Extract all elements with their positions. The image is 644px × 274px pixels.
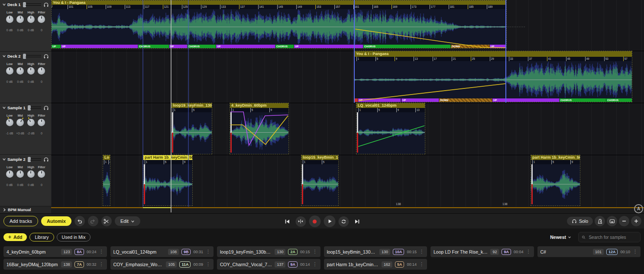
- record-button[interactable]: [309, 215, 320, 227]
- kebab-menu-icon[interactable]: ⋮: [526, 249, 531, 254]
- kebab-menu-icon[interactable]: ⋮: [313, 249, 317, 254]
- volume-slider[interactable]: [23, 2, 42, 7]
- knob-dial[interactable]: [38, 67, 45, 75]
- clip-fade-handle[interactable]: [172, 112, 173, 133]
- volume-slider[interactable]: [23, 54, 42, 59]
- knob-dial[interactable]: [16, 119, 24, 126]
- knob-dial[interactable]: [16, 170, 24, 178]
- metronome-button[interactable]: [595, 216, 605, 226]
- knob-dial[interactable]: [38, 119, 45, 126]
- clip-gain-handle[interactable]: [230, 133, 232, 153]
- kebab-menu-icon[interactable]: ⋮: [99, 262, 104, 267]
- kebab-menu-icon[interactable]: ⋮: [419, 249, 424, 254]
- knob-mid[interactable]: Mid 0 dB: [16, 11, 25, 32]
- circled-a-badge[interactable]: A: [634, 204, 643, 213]
- knob-low[interactable]: Low -1 dB: [5, 114, 14, 135]
- knob-high[interactable]: High 0 dB: [26, 62, 36, 83]
- knob-dial[interactable]: [27, 170, 35, 178]
- sample-row[interactable]: Loop LD For The Rise_keyBmin_123bpm 92 9…: [430, 246, 534, 257]
- knob-low[interactable]: Low 0 dB: [5, 11, 14, 32]
- knob-dial[interactable]: [6, 16, 13, 23]
- sample-row[interactable]: LQ_vocal01_124bpm 108 9B 00:31 ⋮: [110, 246, 214, 257]
- edit-menu-button[interactable]: Edit: [115, 216, 140, 226]
- cut-button[interactable]: [101, 216, 112, 226]
- knob-dial[interactable]: [6, 119, 13, 126]
- loop-button[interactable]: [338, 216, 349, 227]
- sample-row[interactable]: C# 101 12A 00:10 ⋮: [537, 246, 641, 257]
- clip-partharm2[interactable]: part Harm 1b_keyCmin_56159: [531, 155, 580, 206]
- clip-fade-handle[interactable]: [357, 112, 358, 133]
- headphones-icon[interactable]: [43, 53, 49, 59]
- clip-lo[interactable]: Lo12: [103, 155, 110, 206]
- clip-gain-handle[interactable]: [531, 184, 533, 204]
- knob-dial[interactable]: [6, 170, 13, 178]
- skip-to-start-button[interactable]: [282, 216, 292, 227]
- kebab-menu-icon[interactable]: ⋮: [633, 249, 638, 254]
- volume-slider[interactable]: [28, 157, 42, 162]
- automix-button[interactable]: Automix: [41, 216, 71, 226]
- knob-dial[interactable]: [38, 16, 45, 23]
- kebab-menu-icon[interactable]: ⋮: [99, 249, 104, 254]
- snap-to-playhead-button[interactable]: [295, 216, 306, 227]
- knob-mid[interactable]: Mid +3 dB: [16, 114, 25, 135]
- clip-loop15[interactable]: loop15_keyBmin_130b15: [301, 155, 339, 206]
- sample-row[interactable]: part Harm 1b_keyCmin_56bpm 162 5A 00:14 …: [324, 259, 427, 270]
- bpm-manual-row[interactable]: BPM Manual: [0, 206, 51, 213]
- sample-search[interactable]: [578, 232, 641, 242]
- knob-high[interactable]: High 0 dB: [26, 11, 36, 32]
- deck1-clip[interactable]: You & I - Pangaea97101105109113117121125…: [51, 0, 507, 49]
- clip-fade-handle[interactable]: [531, 164, 533, 184]
- kebab-menu-icon[interactable]: ⋮: [313, 262, 317, 267]
- headphones-icon[interactable]: [43, 105, 49, 111]
- clip-gain-handle[interactable]: [172, 133, 173, 153]
- knob-low[interactable]: Low 0 dB: [5, 62, 14, 83]
- chevron-down-icon[interactable]: [2, 3, 6, 7]
- clip-partharm1[interactable]: part Harm 1b_keyCmin_56b159: [143, 155, 193, 206]
- knob-dial[interactable]: [27, 119, 35, 126]
- add-tracks-button[interactable]: Add tracks: [3, 216, 38, 226]
- sort-dropdown[interactable]: Newest: [547, 234, 574, 240]
- knob-dial[interactable]: [6, 67, 13, 75]
- clip-fade-handle[interactable]: [230, 112, 232, 133]
- tab-library[interactable]: Library: [29, 233, 54, 241]
- chevron-down-icon[interactable]: [2, 54, 6, 58]
- solo-button[interactable]: Solo: [567, 217, 593, 225]
- zoom-in-button[interactable]: [631, 216, 641, 226]
- clip-gain-handle[interactable]: [357, 133, 358, 153]
- knob-filter[interactable]: Filter 0: [37, 166, 46, 186]
- knob-dial[interactable]: [38, 170, 45, 178]
- knob-high[interactable]: High 0 dB: [26, 166, 36, 186]
- clip-4keydmin[interactable]: 4_keyDmin_60bpm15913: [230, 103, 289, 154]
- knob-dial[interactable]: [27, 67, 35, 75]
- kebab-menu-icon[interactable]: ⋮: [206, 249, 210, 254]
- sample-row[interactable]: loop19_keyFmin_130bpm 130 2A 00:15 ⋮: [217, 246, 320, 257]
- tab-used-in-mix[interactable]: Used in Mix: [57, 233, 91, 241]
- sample-row[interactable]: loop15_keyBmin_130bpm 130 10A 00:15 ⋮: [324, 246, 427, 257]
- zoom-out-button[interactable]: [619, 216, 629, 226]
- knob-filter[interactable]: Filter 0: [37, 114, 46, 135]
- knob-filter[interactable]: Filter 0: [37, 11, 46, 32]
- knob-mid[interactable]: Mid 0 dB: [16, 62, 25, 83]
- knob-high[interactable]: High -2 dB: [26, 114, 36, 135]
- chevron-down-icon[interactable]: [2, 157, 6, 161]
- knob-dial[interactable]: [16, 16, 24, 23]
- chevron-down-icon[interactable]: [2, 106, 6, 110]
- sample-row[interactable]: 16Bar_keyDMaj_120bpm 138 7A 00:32 ⋮: [3, 259, 107, 270]
- timeline-stage[interactable]: You & I - Pangaea97101105109113117121125…: [0, 0, 644, 213]
- add-sample-button[interactable]: + Add: [3, 233, 27, 241]
- clip-gain-handle[interactable]: [302, 184, 303, 204]
- clip-loop19[interactable]: loop19_keyFmin_130b15: [171, 103, 212, 154]
- kebab-menu-icon[interactable]: ⋮: [419, 262, 424, 267]
- skip-to-end-button[interactable]: [352, 216, 362, 227]
- knob-dial[interactable]: [27, 16, 35, 23]
- kebab-menu-icon[interactable]: ⋮: [206, 262, 210, 267]
- fit-view-button[interactable]: [607, 216, 617, 226]
- redo-button[interactable]: [88, 216, 98, 226]
- clip-gain-handle[interactable]: [144, 184, 145, 204]
- headphones-icon[interactable]: [43, 2, 49, 7]
- knob-mid[interactable]: Mid 0 dB: [16, 166, 25, 186]
- knob-dial[interactable]: [16, 67, 24, 75]
- knob-filter[interactable]: Filter 0: [37, 62, 46, 83]
- clip-fade-handle[interactable]: [302, 164, 303, 184]
- sample-row[interactable]: COY_Charm2_Vocal_70bpm_Bm 137 9A 00:14 ⋮: [217, 259, 320, 270]
